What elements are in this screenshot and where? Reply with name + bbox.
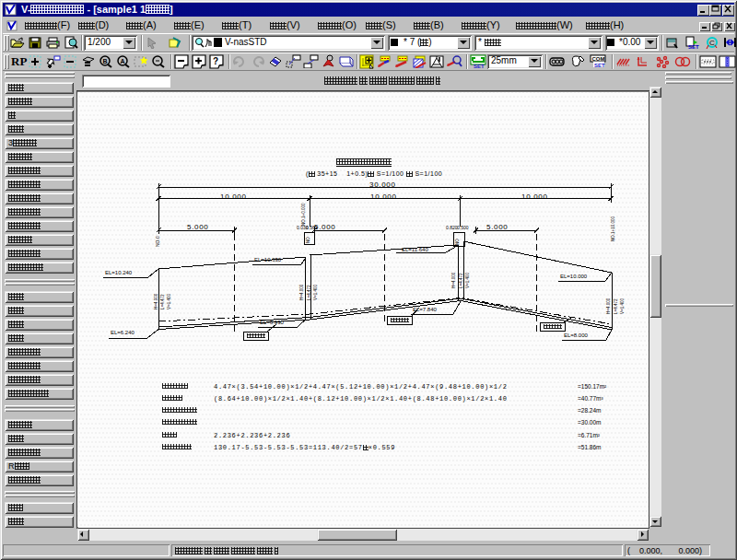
svg-text:C: C (709, 39, 715, 47)
svg-text:?: ? (213, 56, 218, 66)
svg-text:B: B (103, 58, 108, 64)
svg-text:COM: COM (592, 56, 605, 62)
svg-text:SET: SET (594, 63, 605, 68)
svg-text:A: A (121, 58, 125, 64)
svg-text:SET: SET (474, 64, 485, 69)
svg-text:SET: SET (688, 44, 699, 50)
